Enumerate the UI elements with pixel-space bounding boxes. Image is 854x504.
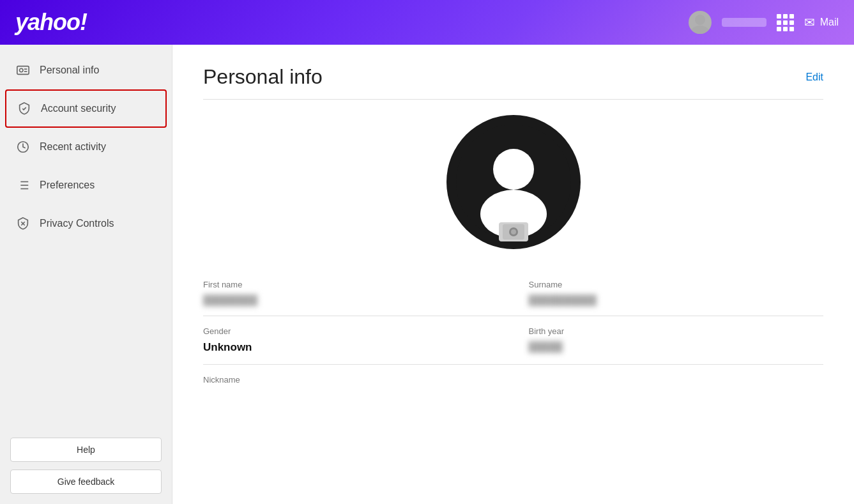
first-name-label: First name (203, 280, 498, 289)
birth-year-value: █████ (529, 341, 809, 352)
sidebar-item-privacy-controls[interactable]: Privacy Controls (0, 204, 172, 243)
sidebar-item-account-security[interactable]: Account security (5, 89, 167, 128)
content-area: Personal info Edit (172, 45, 854, 504)
yahoo-logo: yahoo! (15, 9, 87, 36)
mail-label: Mail (820, 17, 839, 28)
sidebar-item-recent-activity[interactable]: Recent activity (0, 128, 172, 166)
mail-icon: ✉ (804, 15, 815, 30)
profile-avatar-bg (446, 115, 581, 249)
sidebar: Personal info Account security Recent ac… (0, 45, 172, 504)
header-username (722, 18, 766, 27)
grid-dot (789, 20, 794, 25)
birth-year-label: Birth year (529, 326, 809, 336)
sidebar-label-recent-activity: Recent activity (40, 141, 106, 153)
privacy-icon (15, 216, 31, 231)
sidebar-label-personal-info: Personal info (40, 65, 99, 76)
svg-point-3 (20, 68, 24, 72)
clock-icon (15, 139, 31, 155)
gender-label: Gender (203, 326, 498, 336)
list-icon (15, 178, 31, 193)
id-card-icon (15, 63, 31, 78)
give-feedback-button[interactable]: Give feedback (10, 470, 162, 494)
surname-cell: Surname ██████████ (514, 270, 824, 316)
sidebar-label-privacy-controls: Privacy Controls (40, 218, 114, 229)
content-header: Personal info Edit (203, 65, 823, 100)
surname-label: Surname (529, 280, 809, 289)
first-name-value: ████████ (203, 294, 498, 305)
grid-dot (777, 27, 781, 31)
profile-avatar-container[interactable] (446, 115, 581, 249)
help-button[interactable]: Help (10, 438, 162, 462)
gender-cell: Gender Unknown (203, 316, 514, 365)
mail-link[interactable]: ✉ Mail (804, 15, 839, 30)
birth-year-cell: Birth year █████ (514, 316, 824, 365)
nickname-label: Nickname (203, 375, 498, 385)
apps-icon[interactable] (777, 14, 794, 31)
grid-dot (783, 27, 788, 31)
sidebar-label-account-security: Account security (41, 103, 116, 114)
sidebar-spacer (0, 243, 172, 434)
grid-dot (789, 27, 794, 31)
shield-icon (17, 101, 32, 116)
header-right: ✉ Mail (689, 11, 839, 34)
nickname-cell: Nickname (203, 365, 514, 400)
user-avatar-icon[interactable] (689, 11, 712, 34)
edit-link[interactable]: Edit (805, 72, 823, 83)
svg-point-1 (691, 26, 709, 34)
surname-value: ██████████ (529, 294, 809, 305)
first-name-cell: First name ████████ (203, 270, 514, 316)
svg-point-21 (511, 229, 516, 234)
grid-dot (777, 14, 781, 19)
svg-point-0 (695, 15, 705, 25)
sidebar-label-preferences: Preferences (40, 179, 95, 191)
avatar-section (203, 115, 823, 249)
grid-dot (783, 14, 788, 19)
main-layout: Personal info Account security Recent ac… (0, 45, 854, 504)
header: yahoo! ✉ Mail (0, 0, 854, 45)
avatar-svg (453, 121, 574, 243)
info-grid: First name ████████ Surname ██████████ G… (203, 270, 823, 400)
grid-dot (777, 20, 781, 25)
grid-dot (789, 14, 794, 19)
svg-point-16 (493, 149, 534, 190)
page-title: Personal info (203, 65, 323, 89)
sidebar-item-personal-info[interactable]: Personal info (0, 51, 172, 89)
gender-value: Unknown (203, 341, 498, 354)
sidebar-item-preferences[interactable]: Preferences (0, 166, 172, 204)
grid-dot (783, 20, 788, 25)
